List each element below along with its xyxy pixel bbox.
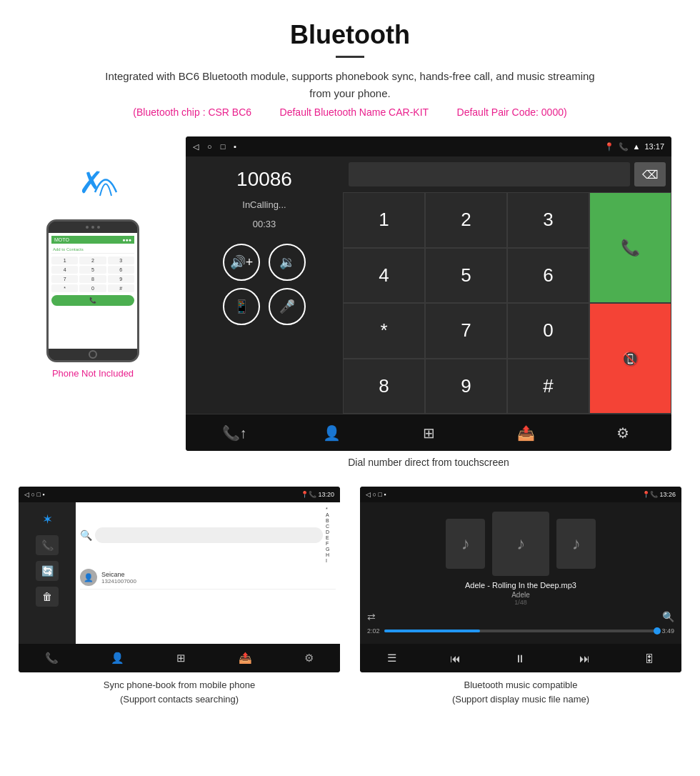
- cs-nav-settings[interactable]: ⚙: [609, 419, 637, 447]
- ms-back-icon: ◁ ○ □ ▪: [366, 491, 386, 498]
- phone-key-hash[interactable]: #: [108, 284, 134, 292]
- pb-caption: Sync phone-book from mobile phone (Suppo…: [104, 678, 255, 706]
- cs-input-box[interactable]: [349, 162, 630, 186]
- music-time-total: 3:49: [661, 627, 674, 635]
- phonebook-panel: ◁ ○ □ ▪ 📍📞 13:20 ✶ 📞 🔄 🗑: [14, 487, 344, 706]
- music-nav-next[interactable]: ⏭: [579, 652, 590, 665]
- pb-contact[interactable]: 👤 Seicane 13241007000: [80, 566, 336, 590]
- cs-recent-icon: □: [221, 142, 226, 151]
- transfer-btn[interactable]: 📱: [223, 288, 260, 325]
- phone-home-btn[interactable]: [89, 350, 97, 359]
- cs-number: 10086: [197, 168, 331, 191]
- pb-delete-icon[interactable]: 🗑: [36, 587, 59, 607]
- cs-nav-call-transfer[interactable]: 📞↑: [220, 419, 249, 447]
- cs-key-8[interactable]: 8: [343, 359, 425, 414]
- ms-statusbar: ◁ ○ □ ▪ 📍📞 13:26: [360, 487, 681, 502]
- phone-key-4[interactable]: 4: [51, 266, 78, 274]
- cs-key-star[interactable]: *: [343, 303, 425, 359]
- music-info: Adele - Rolling In the Deep.mp3 Adele 1/…: [465, 581, 576, 606]
- cs-key-9[interactable]: 9: [425, 359, 507, 414]
- cs-end-btn[interactable]: 📵: [589, 303, 671, 414]
- music-search-icon[interactable]: 🔍: [662, 611, 674, 622]
- pb-nav-contacts[interactable]: 👤: [111, 652, 124, 665]
- pb-icons: 📍📞: [301, 491, 316, 498]
- pb-statusbar-right: 📍📞 13:20: [301, 491, 334, 498]
- cs-key-5[interactable]: 5: [425, 248, 507, 304]
- pb-search-icon: 🔍: [80, 529, 92, 541]
- cs-key-4[interactable]: 4: [343, 248, 425, 304]
- phone-key-1[interactable]: 1: [51, 257, 78, 264]
- cs-key-0[interactable]: 0: [507, 303, 589, 359]
- cs-key-2[interactable]: 2: [425, 192, 507, 248]
- music-nav-list[interactable]: ☰: [387, 652, 396, 665]
- phone-dot-2: [91, 226, 94, 229]
- music-panel: ◁ ○ □ ▪ 📍📞 13:26 ♪ ♪ ♪ Adele - Rolling I…: [356, 487, 686, 706]
- phone-key-9[interactable]: 9: [108, 275, 134, 283]
- cs-key-7[interactable]: 7: [425, 303, 507, 359]
- phone-key-2[interactable]: 2: [79, 257, 106, 264]
- music-shuffle-row: ⇄ 🔍: [367, 611, 674, 622]
- music-time-current: 2:02: [367, 627, 380, 635]
- pb-nav-share[interactable]: 📤: [239, 652, 252, 665]
- phone-key-star[interactable]: *: [51, 284, 78, 292]
- pb-statusbar-left: ◁ ○ □ ▪: [24, 491, 45, 498]
- pb-nav-keypad[interactable]: ⊞: [176, 652, 186, 665]
- pb-main: 🔍 * A B C D E F G H I: [76, 502, 340, 644]
- shuffle-icon[interactable]: ⇄: [367, 611, 376, 622]
- pb-nav-settings[interactable]: ⚙: [304, 652, 314, 665]
- cs-location-icon: 📍: [604, 142, 614, 151]
- cs-navbar: 📞↑ 👤 ⊞ 📤 ⚙: [186, 414, 671, 451]
- music-nav-prev[interactable]: ⏮: [450, 652, 461, 665]
- music-nav-eq[interactable]: 🎛: [644, 652, 654, 665]
- phonebook-screen: ◁ ○ □ ▪ 📍📞 13:20 ✶ 📞 🔄 🗑: [19, 487, 340, 672]
- phone-call-btn[interactable]: 📞: [51, 295, 134, 306]
- music-progress-row: 2:02 3:49: [367, 627, 674, 635]
- signal-arc-1: [91, 164, 120, 202]
- ms-icons: 📍📞: [642, 491, 658, 498]
- phone-carrier: MOTO: [54, 237, 69, 242]
- volume-down-btn[interactable]: 🔉: [269, 244, 306, 281]
- phone-key-8[interactable]: 8: [79, 275, 106, 283]
- volume-up-btn[interactable]: 🔊+: [223, 244, 260, 281]
- pb-sync-icon[interactable]: 🔄: [36, 561, 59, 581]
- music-progress-bar[interactable]: [384, 630, 658, 632]
- mute-btn[interactable]: 🎤: [269, 288, 306, 325]
- pb-navbar: 📞 👤 ⊞ 📤 ⚙: [19, 644, 340, 672]
- phone-side: ✗ MOTO ●●● Add to Contacts: [14, 136, 171, 379]
- cs-btn-row-2: 📱 🎤: [197, 288, 331, 325]
- cs-statusbar-left: ◁ ○ □ ▪: [193, 142, 236, 151]
- cs-key-hash[interactable]: #: [507, 359, 589, 414]
- phone-top-bar: [49, 222, 137, 233]
- car-screen-wrapper: ◁ ○ □ ▪ 📍 📞 ▲ 13:17 10086 InCalling...: [171, 136, 686, 468]
- page-title: Bluetooth: [29, 20, 671, 50]
- cs-call-btn[interactable]: 📞: [589, 192, 671, 303]
- music-nav-play[interactable]: ⏸: [514, 652, 525, 665]
- cs-btns: 🔊+ 🔉 📱 🎤: [197, 244, 331, 325]
- phone-key-7[interactable]: 7: [51, 275, 78, 283]
- cs-btn-row-1: 🔊+ 🔉: [197, 244, 331, 281]
- cs-key-3[interactable]: 3: [507, 192, 589, 248]
- pb-contact-details: Seicane 13241007000: [101, 571, 136, 585]
- phone-key-6[interactable]: 6: [108, 266, 134, 274]
- pb-statusbar: ◁ ○ □ ▪ 📍📞 13:20: [19, 487, 340, 502]
- phone-key-3[interactable]: 3: [108, 257, 134, 264]
- cs-backspace-btn[interactable]: ⌫: [634, 162, 666, 186]
- cs-key-6[interactable]: 6: [507, 248, 589, 304]
- pb-call-icon[interactable]: 📞: [36, 535, 59, 555]
- phone-key-0[interactable]: 0: [79, 284, 106, 292]
- cs-timer: 00:33: [197, 219, 331, 229]
- pb-search-bar[interactable]: [95, 527, 323, 543]
- cs-key-1[interactable]: 1: [343, 192, 425, 248]
- cs-status: InCalling...: [197, 199, 331, 210]
- phone-key-5[interactable]: 5: [79, 266, 106, 274]
- cs-nav-contacts[interactable]: 👤: [317, 419, 346, 447]
- cs-nav-keypad[interactable]: ⊞: [414, 419, 443, 447]
- music-thumb-prev: ♪: [446, 519, 485, 569]
- pb-nav-call[interactable]: 📞: [45, 652, 59, 665]
- cs-nav-share[interactable]: 📤: [511, 419, 540, 447]
- cs-body: 10086 InCalling... 00:33 🔊+ 🔉 📱 🎤: [186, 156, 671, 414]
- music-navbar: ☰ ⏮ ⏸ ⏭ 🎛: [360, 644, 681, 672]
- pb-caption-line1: Sync phone-book from mobile phone: [104, 680, 255, 690]
- ms-statusbar-left: ◁ ○ □ ▪: [366, 491, 386, 498]
- music-caption-line2: (Support display music file name): [452, 694, 589, 705]
